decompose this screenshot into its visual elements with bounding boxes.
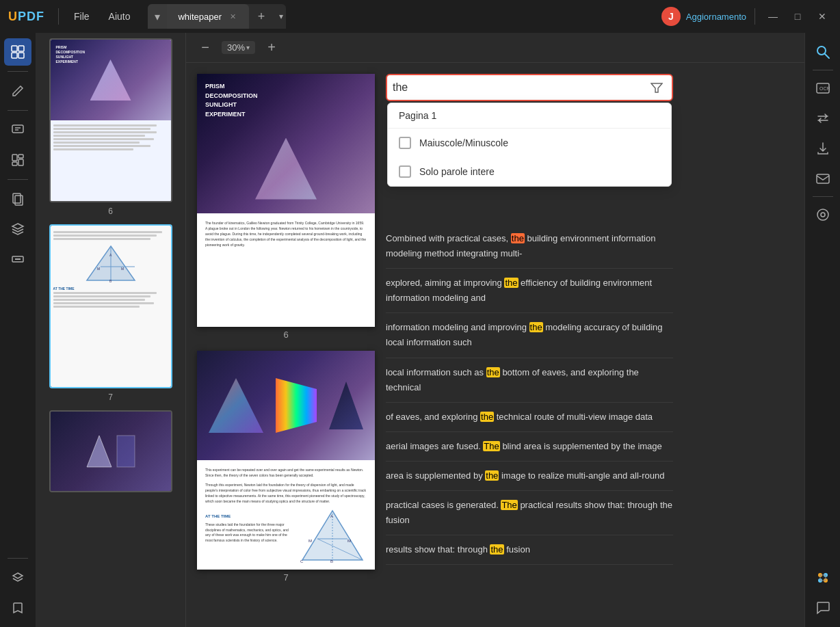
highlight-9: the: [490, 544, 503, 555]
maiuscole-label: Maiuscole/Minuscole: [419, 137, 508, 148]
svg-rect-3: [18, 53, 24, 58]
aiuto-menu[interactable]: Aiuto: [102, 8, 137, 25]
highlight-2: the: [504, 278, 518, 288]
viewer-toolbar: − 30% ▾ +: [186, 33, 804, 63]
highlight-3: the: [529, 322, 543, 332]
filter-icon: [651, 81, 663, 94]
active-tab[interactable]: whitepaper ✕: [167, 4, 249, 29]
sidebar-tool-thumbnails[interactable]: [4, 38, 31, 66]
svg-marker-33: [651, 83, 662, 92]
thumb7-heading: AT THE TIME: [53, 286, 168, 291]
right-div2: [813, 196, 833, 197]
filter-btn[interactable]: [647, 78, 666, 97]
search-input[interactable]: [393, 81, 642, 94]
redact-icon: [11, 252, 25, 266]
chat-icon: [815, 600, 830, 615]
viewer-area: − 30% ▾ + PRISM DECOMPOSITION SUNLIGHT E…: [186, 33, 804, 627]
sidebar-tool-comment[interactable]: [4, 116, 31, 144]
thumbnail-page7[interactable]: A M M B AT THE TIME 7: [49, 224, 172, 402]
right-tool-save[interactable]: [809, 201, 837, 228]
tab-close-btn[interactable]: ✕: [227, 11, 238, 22]
thumbnail-page6[interactable]: PRISM DECOMPOSITION SUNLIGHT EXPERIMENT: [49, 38, 172, 216]
svg-rect-11: [13, 194, 21, 203]
right-tool-convert[interactable]: [809, 105, 837, 132]
sidebar-tool-layers2[interactable]: [4, 564, 31, 591]
aggiornamento-btn[interactable]: Aggiornamento: [686, 12, 746, 22]
page7-prism-images: [197, 351, 375, 460]
result-8[interactable]: practical cases is generated. The practi…: [386, 491, 673, 535]
search-box-container: Pagina 1 Maiuscole/Minuscole Solo parole…: [386, 74, 673, 101]
export-icon: [815, 141, 830, 156]
result-4[interactable]: local information such as the bottom of …: [386, 358, 673, 403]
right-tool-mail[interactable]: [809, 165, 837, 192]
sidebar-bottom: [4, 555, 31, 622]
svg-text:M: M: [309, 539, 312, 543]
thumb8-shapes: [86, 434, 136, 468]
dropdown-option-solo[interactable]: Solo parole intere: [388, 157, 671, 186]
file-menu[interactable]: File: [67, 8, 96, 25]
dropdown-option-maiuscole[interactable]: Maiuscole/Minuscole: [388, 129, 671, 157]
right-tool-ai[interactable]: [809, 564, 837, 591]
sidebar-tool-layers[interactable]: [4, 215, 31, 243]
main-content: PRISM DECOMPOSITION SUNLIGHT EXPERIMENT: [0, 33, 840, 627]
svg-rect-23: [117, 436, 135, 467]
svg-rect-0: [12, 46, 17, 51]
svg-text:M: M: [97, 267, 100, 271]
result-7[interactable]: area is supplemented by the image to rea…: [386, 462, 673, 491]
right-tool-chat[interactable]: [809, 594, 837, 622]
thumb6-title-text: PRISM DECOMPOSITION SUNLIGHT EXPERIMENT: [56, 45, 86, 64]
result-2[interactable]: explored, aiming at improving the effici…: [386, 269, 673, 313]
tab-filename: whitepaper: [178, 12, 222, 22]
highlight-4: the: [486, 367, 500, 377]
search-icon: [815, 44, 830, 59]
right-tool-ocr[interactable]: OCR: [809, 75, 837, 102]
sidebar-tool-edit[interactable]: [4, 77, 31, 105]
thumbnail-panel[interactable]: PRISM DECOMPOSITION SUNLIGHT EXPERIMENT: [36, 33, 186, 627]
page6-text: The founder of kinematics, Galileo Newto…: [205, 220, 367, 248]
zoom-dropdown-btn[interactable]: ▾: [246, 44, 250, 51]
sidebar-div3: [8, 179, 28, 180]
page6-container: PRISM DECOMPOSITION SUNLIGHT EXPERIMENT …: [197, 74, 375, 340]
zoom-in-btn[interactable]: +: [261, 37, 283, 59]
avatar[interactable]: J: [661, 7, 681, 26]
highlight-6: The: [483, 441, 499, 451]
sidebar-tool-organize[interactable]: [4, 146, 31, 174]
page7-label: 7: [197, 572, 375, 583]
result-3[interactable]: information modeling and improving the m…: [386, 313, 673, 358]
thumb7-lines: [53, 231, 168, 240]
thumbnail-label-7: 7: [108, 392, 113, 402]
right-tool-export[interactable]: [809, 135, 837, 162]
search-results[interactable]: Combined with practical cases, the build…: [386, 224, 673, 565]
search-panel: Pagina 1 Maiuscole/Minuscole Solo parole…: [386, 74, 673, 616]
comment-icon: [11, 123, 25, 137]
zoom-out-btn[interactable]: −: [194, 37, 216, 59]
checkbox-maiuscole[interactable]: [399, 137, 411, 149]
add-tab-btn[interactable]: +: [252, 7, 271, 26]
layers-icon: [11, 222, 25, 236]
thumbnail-page8[interactable]: [49, 410, 172, 492]
checkbox-solo[interactable]: [399, 165, 411, 178]
maximize-btn[interactable]: □: [788, 7, 807, 26]
right-tool-search[interactable]: [809, 38, 837, 66]
svg-rect-12: [15, 196, 23, 205]
tab-list-btn[interactable]: ▾: [276, 9, 286, 24]
minimize-btn[interactable]: —: [763, 7, 783, 26]
svg-rect-7: [12, 155, 17, 161]
tab-dropdown-btn[interactable]: ▾: [148, 4, 167, 29]
highlight-8: The: [501, 500, 517, 510]
page6-title-text: PRISM DECOMPOSITION SUNLIGHT EXPERIMENT: [205, 82, 258, 119]
result-6[interactable]: aerial images are fused. The blind area …: [386, 432, 673, 462]
sidebar-tool-bookmark[interactable]: [4, 594, 31, 622]
result-1[interactable]: Combined with practical cases, the build…: [386, 224, 673, 269]
result-5[interactable]: of eaves, and exploring the technical ro…: [386, 403, 673, 432]
page-content[interactable]: PRISM DECOMPOSITION SUNLIGHT EXPERIMENT …: [186, 63, 804, 627]
result-9[interactable]: results show that: through the fusion: [386, 535, 673, 565]
sidebar-tool-redact[interactable]: [4, 245, 31, 273]
layers2-icon: [11, 571, 25, 585]
sidebar-div1: [8, 71, 28, 72]
close-btn[interactable]: ✕: [813, 7, 832, 26]
svg-rect-9: [12, 162, 17, 165]
sidebar-tool-pages[interactable]: [4, 185, 31, 213]
svg-rect-2: [12, 53, 17, 58]
page6-prism-shape: [252, 138, 320, 206]
